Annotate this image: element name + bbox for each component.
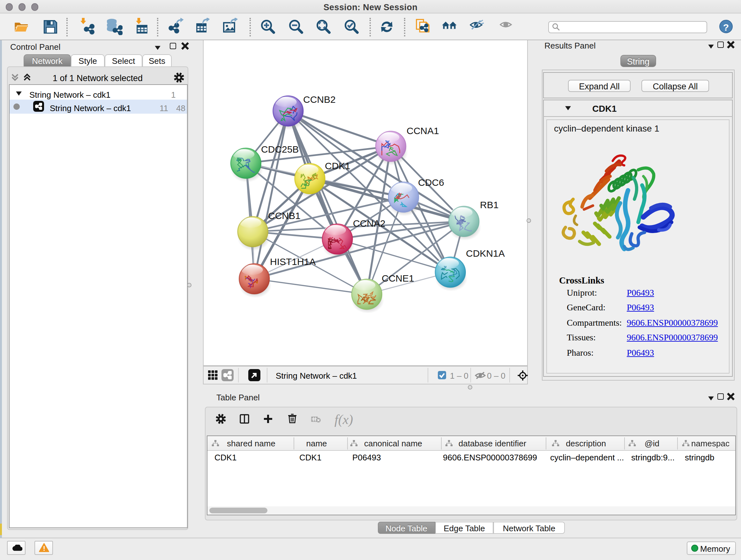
svg-text:HIST1H1A: HIST1H1A (270, 256, 316, 267)
svg-text:RB1: RB1 (480, 199, 498, 210)
svg-text:CCNB1: CCNB1 (268, 210, 300, 221)
svg-text:CDC25B: CDC25B (261, 144, 299, 154)
svg-text:CCNA2: CCNA2 (353, 218, 386, 229)
svg-text:CCNB2: CCNB2 (303, 94, 336, 105)
svg-text:CCNA1: CCNA1 (407, 125, 439, 136)
svg-text:CDK1: CDK1 (325, 161, 350, 171)
svg-text:CCNE1: CCNE1 (382, 273, 414, 284)
svg-text:CDC6: CDC6 (418, 177, 444, 188)
svg-text:CDKN1A: CDKN1A (466, 248, 505, 259)
